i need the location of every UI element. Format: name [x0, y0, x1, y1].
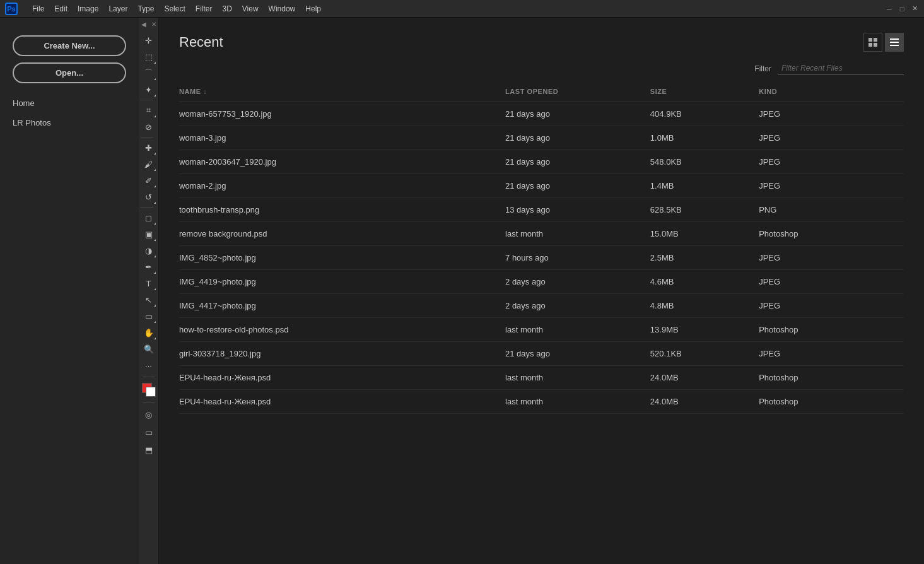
create-new-button[interactable]: Create New...	[13, 35, 126, 56]
dodge-tool[interactable]: ◑	[141, 242, 157, 259]
zoom-tool[interactable]: 🔍	[141, 341, 157, 357]
brush-tool[interactable]: 🖌	[141, 156, 157, 172]
nav-item-home[interactable]: Home	[0, 93, 139, 113]
menu-item-edit[interactable]: Edit	[50, 3, 72, 15]
cell-name: woman-2003647_1920.jpg	[179, 150, 505, 174]
list-view-button[interactable]	[885, 33, 904, 52]
move-tool[interactable]: ✛	[141, 32, 157, 49]
tool-separator-eyedropper	[141, 137, 153, 138]
cell-last_opened: 7 hours ago	[505, 246, 650, 270]
magic-wand-tool[interactable]: ✦	[141, 81, 157, 98]
cell-kind: JPEG	[759, 102, 904, 126]
cell-size: 4.8MB	[650, 294, 759, 318]
maximize-button[interactable]: □	[898, 4, 906, 13]
home-sidebar: Create New... Open... HomeLR Photos	[0, 18, 139, 564]
open-button[interactable]: Open...	[13, 62, 126, 83]
grid-view-button[interactable]	[863, 33, 882, 52]
shape-tool[interactable]: ▭	[141, 308, 157, 324]
marquee-tool[interactable]: ⬚	[141, 49, 157, 65]
col-header-last_opened[interactable]: LAST OPENED	[505, 84, 650, 102]
cell-size: 1.0MB	[650, 126, 759, 150]
eyedropper-tool[interactable]: ⊘	[141, 119, 157, 135]
cell-kind: JPEG	[759, 126, 904, 150]
tool-separator-history-brush	[141, 207, 153, 208]
table-row[interactable]: woman-2.jpg21 days ago1.4MBJPEG	[179, 174, 904, 198]
cell-kind: JPEG	[759, 174, 904, 198]
menu-item-3d[interactable]: 3D	[218, 3, 236, 15]
color-swatch[interactable]	[142, 383, 156, 397]
close-button[interactable]: ✕	[910, 4, 919, 13]
close-icon[interactable]: ✕	[149, 20, 158, 28]
table-row[interactable]: woman-657753_1920.jpg21 days ago404.9KBJ…	[179, 102, 904, 126]
menu-item-type[interactable]: Type	[133, 3, 158, 15]
history-brush-tool[interactable]: ↺	[141, 189, 157, 205]
table-row[interactable]: IMG_4419~photo.jpg2 days ago4.6MBJPEG	[179, 270, 904, 294]
cell-name: remove background.psd	[179, 222, 505, 246]
cell-last_opened: last month	[505, 366, 650, 390]
eraser-tool[interactable]: ◻	[141, 209, 157, 226]
cell-size: 13.9MB	[650, 318, 759, 342]
table-row[interactable]: toothbrush-transp.png13 days ago628.5KBP…	[179, 198, 904, 222]
crop-tool[interactable]: ⌗	[141, 102, 157, 119]
clone-tool[interactable]: ✐	[141, 172, 157, 189]
quick-mask-icon[interactable]: ◎	[141, 406, 157, 423]
file-table: NAME↓LAST OPENEDSIZEKIND woman-657753_19…	[179, 84, 904, 549]
filter-input[interactable]	[778, 62, 904, 75]
cell-kind: JPEG	[759, 246, 904, 270]
svg-rect-3	[874, 43, 877, 47]
tool-separator-2	[143, 402, 155, 403]
pen-tool[interactable]: ✒	[141, 259, 157, 275]
cell-kind: PNG	[759, 198, 904, 222]
cell-size: 15.0MB	[650, 222, 759, 246]
menu-item-image[interactable]: Image	[73, 3, 103, 15]
cell-kind: Photoshop	[759, 222, 904, 246]
ps-logo: Ps	[5, 3, 18, 15]
cell-name: IMG_4419~photo.jpg	[179, 270, 505, 294]
cell-kind: Photoshop	[759, 318, 904, 342]
table-row[interactable]: IMG_4852~photo.jpg7 hours ago2.5MBJPEG	[179, 246, 904, 270]
cell-kind: JPEG	[759, 270, 904, 294]
menu-item-window[interactable]: Window	[264, 3, 300, 15]
table-row[interactable]: remove background.psdlast month15.0MBPho…	[179, 222, 904, 246]
background-color[interactable]	[146, 387, 156, 397]
tool-group-header: ◀ ✕	[139, 20, 158, 28]
filter-row: Filter	[179, 62, 904, 75]
col-header-name[interactable]: NAME↓	[179, 84, 505, 102]
menu-item-file[interactable]: File	[28, 3, 49, 15]
cell-last_opened: 2 days ago	[505, 270, 650, 294]
table-row[interactable]: girl-3033718_1920.jpg21 days ago520.1KBJ…	[179, 342, 904, 366]
minimize-button[interactable]: ─	[885, 4, 894, 13]
lasso-tool[interactable]: ⌒	[141, 65, 157, 81]
table-row[interactable]: woman-2003647_1920.jpg21 days ago548.0KB…	[179, 150, 904, 174]
cell-last_opened: 21 days ago	[505, 174, 650, 198]
table-row[interactable]: how-to-restore-old-photos.psdlast month1…	[179, 318, 904, 342]
cell-kind: JPEG	[759, 294, 904, 318]
main-header: Recent	[179, 33, 904, 52]
table-row[interactable]: EPU4-head-ru-Женя.psdlast month24.0MBPho…	[179, 366, 904, 390]
menu-item-select[interactable]: Select	[160, 3, 189, 15]
gradient-tool[interactable]: ▣	[141, 226, 157, 242]
nav-item-lr-photos[interactable]: LR Photos	[0, 113, 139, 132]
toggle-icon[interactable]: ◀	[139, 20, 148, 28]
artboard-icon[interactable]: ⬒	[141, 442, 157, 458]
more-tool[interactable]: ···	[141, 357, 157, 373]
table-row[interactable]: woman-3.jpg21 days ago1.0MBJPEG	[179, 126, 904, 150]
col-header-kind[interactable]: KIND	[759, 84, 904, 102]
table-row[interactable]: EPU4-head-ru-Женя.psdlast month24.0MBPho…	[179, 390, 904, 414]
menu-item-view[interactable]: View	[238, 3, 263, 15]
menu-item-filter[interactable]: Filter	[191, 3, 217, 15]
cell-last_opened: 21 days ago	[505, 126, 650, 150]
table-row[interactable]: IMG_4417~photo.jpg2 days ago4.8MBJPEG	[179, 294, 904, 318]
screen-mode-icon[interactable]: ▭	[141, 424, 157, 440]
type-tool[interactable]: T	[141, 275, 157, 291]
hand-tool[interactable]: ✋	[141, 324, 157, 341]
path-select-tool[interactable]: ↖	[141, 291, 157, 308]
menu-item-help[interactable]: Help	[301, 3, 325, 15]
healing-tool[interactable]: ✚	[141, 139, 157, 156]
cell-size: 628.5KB	[650, 198, 759, 222]
menu-item-layer[interactable]: Layer	[104, 3, 132, 15]
tool-separator-1	[143, 377, 155, 377]
cell-last_opened: 21 days ago	[505, 150, 650, 174]
title-bar: Ps FileEditImageLayerTypeSelectFilter3DV…	[0, 0, 924, 18]
col-header-size[interactable]: SIZE	[650, 84, 759, 102]
